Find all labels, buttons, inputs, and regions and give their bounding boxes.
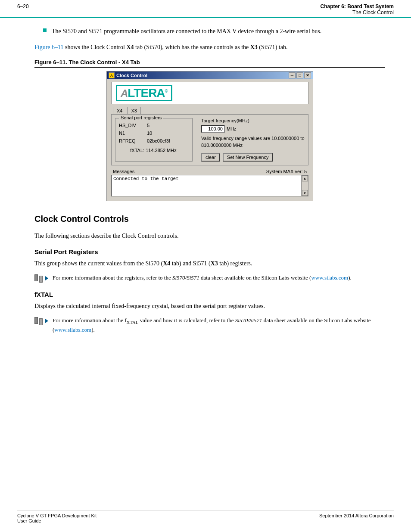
register-row-rfreq: RFREQ 02bc00cf3f [119, 138, 188, 143]
message-text: Connected to the target [113, 176, 179, 181]
window-title-area: A Clock Control [109, 72, 147, 78]
tab-x3[interactable]: X3 [127, 107, 140, 114]
note-icon-1 [34, 274, 48, 284]
footer-right: September 2014 Altera Corporation [319, 513, 394, 523]
n1-value: 10 [147, 131, 152, 136]
page-footer: Cyclone V GT FPGA Development Kit User G… [17, 510, 394, 523]
window-title: Clock Control [116, 73, 147, 78]
footer-product: Cyclone V GT FPGA Development Kit [17, 513, 97, 518]
messages-box: Connected to the target ▲ ▼ [111, 175, 308, 196]
freq-unit: MHz [227, 126, 237, 131]
chapter-title: Chapter 6: Board Test System [321, 3, 394, 9]
subsection-fxtal-body: Displays the calculated internal fixed-f… [34, 302, 385, 311]
serial-group-legend: Serial port registers [119, 115, 163, 120]
section-heading-clock-controls: Clock Control Controls [34, 214, 385, 226]
clear-button[interactable]: clear [201, 153, 220, 162]
freq-input-row: MHz [201, 125, 305, 133]
rfreq-label: RFREQ [119, 138, 143, 143]
main-content: The Si570 and Si571 programmable oscilla… [0, 18, 411, 357]
footer-doc-type: User Guide [17, 518, 97, 523]
tab-x4[interactable]: X4 [113, 107, 126, 114]
main-panel: Serial port registers HS_DIV 5 N1 10 RFR… [111, 114, 308, 165]
frequency-control-panel: Target frequency(MHz) MHz Valid frequenc… [201, 118, 305, 162]
rfreq-value: 02bc00cf3f [147, 138, 170, 143]
messages-label: Messages [113, 169, 134, 174]
figure-ref-paragraph: Figure 6–11 shows the Clock Control X4 t… [34, 43, 385, 52]
chapter-sub: The Clock Control [321, 9, 394, 16]
figure-label: Figure 6–11. The Clock Control - X4 Tab [34, 59, 385, 68]
scroll-up-button[interactable]: ▲ [302, 175, 308, 181]
section-intro: The following sections describe the Cloc… [34, 231, 385, 241]
note-icon-2 [34, 317, 48, 327]
altera-logo-text: ALTERA® [116, 85, 172, 101]
clock-control-window: A Clock Control ─ □ ✕ ALTERA® X4 X3 [106, 71, 313, 201]
register-row-n1: N1 10 [119, 131, 188, 136]
registered-icon: ® [165, 89, 168, 93]
chapter-info: Chapter 6: Board Test System The Clock C… [321, 3, 394, 16]
bullet-icon [43, 28, 47, 32]
serial-port-registers-group: Serial port registers HS_DIV 5 N1 10 RFR… [115, 118, 193, 162]
silabs-link-2[interactable]: www.silabs.com [54, 327, 91, 333]
silabs-link-1[interactable]: www.silabs.com [311, 274, 348, 281]
fxtal-row: fXTAL: 114.2852 MHz [119, 148, 188, 153]
messages-bar: Messages System MAX ver: 5 [111, 168, 308, 175]
footer-left: Cyclone V GT FPGA Development Kit User G… [17, 513, 97, 523]
minimize-button[interactable]: ─ [289, 72, 296, 78]
figure-link[interactable]: Figure 6–11 [34, 44, 64, 50]
altera-logo: ALTERA® [111, 82, 308, 104]
page-header: 6–20 Chapter 6: Board Test System The Cl… [0, 0, 411, 18]
window-titlebar: A Clock Control ─ □ ✕ [107, 72, 313, 79]
set-new-frequency-button[interactable]: Set New Frequency [223, 153, 273, 162]
register-row-hsdiv: HS_DIV 5 [119, 123, 188, 128]
window-controls: ─ □ ✕ [289, 72, 311, 78]
n1-label: N1 [119, 131, 143, 136]
note-block-2: For more information about the fXTAL val… [34, 316, 385, 334]
page-number: 6–20 [17, 3, 29, 9]
scroll-down-button[interactable]: ▼ [302, 190, 308, 196]
hsdiv-label: HS_DIV [119, 123, 143, 128]
subsection-heading-fxtal: fXTAL [34, 291, 385, 298]
window-app-icon: A [109, 72, 115, 78]
restore-button[interactable]: □ [296, 72, 303, 78]
hsdiv-value: 5 [147, 123, 149, 128]
freq-input[interactable] [201, 125, 225, 133]
note-block-1: For more information about the registers… [34, 274, 385, 284]
note-text-2: For more information about the fXTAL val… [53, 316, 385, 334]
freq-range-text: Valid frequency range values are 10.0000… [201, 135, 305, 149]
window-content: ALTERA® X4 X3 Serial port registers HS_D… [107, 79, 313, 201]
window-tabs: X4 X3 [111, 107, 308, 114]
subsection-serial-body: This group shows the current values from… [34, 259, 385, 268]
scrollbar: ▲ ▼ [301, 175, 308, 196]
close-button[interactable]: ✕ [304, 72, 311, 78]
bullet-item-1: The Si570 and Si571 programmable oscilla… [34, 27, 385, 36]
system-max-label: System MAX ver: 5 [266, 169, 307, 174]
figure-ref-text: shows the Clock Control X4 tab (Si570), … [65, 44, 287, 50]
action-buttons: clear Set New Frequency [201, 153, 305, 162]
note-text-1: For more information about the registers… [53, 274, 352, 282]
subsection-heading-serial: Serial Port Registers [34, 248, 385, 255]
bullet-text-1: The Si570 and Si571 programmable oscilla… [52, 27, 321, 36]
target-freq-label: Target frequency(MHz) [201, 118, 305, 123]
